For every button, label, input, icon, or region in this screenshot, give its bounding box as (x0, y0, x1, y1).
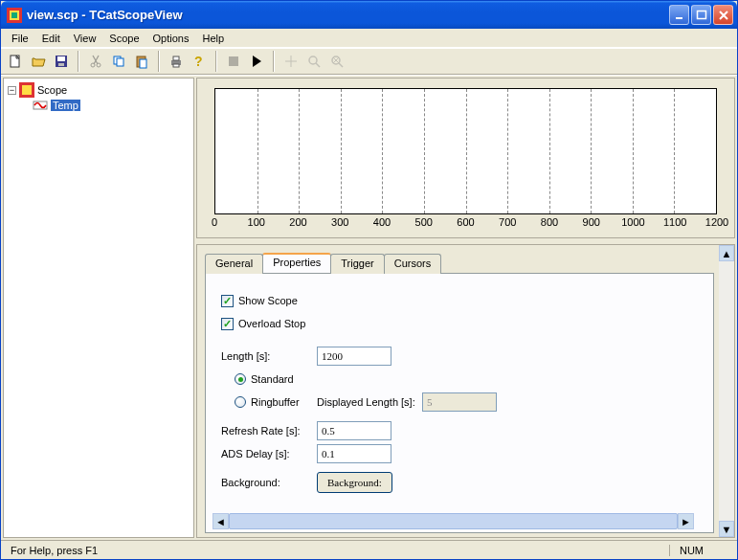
ringbuffer-radio[interactable]: Ringbuffer (221, 396, 317, 408)
properties-panel: General Properties Trigger Cursors Show … (196, 244, 735, 538)
displayed-length-input (422, 392, 497, 412)
scope-icon (19, 82, 34, 98)
refresh-rate-input[interactable] (317, 421, 391, 440)
menu-edit[interactable]: Edit (35, 31, 67, 46)
print-button[interactable] (166, 51, 187, 72)
tab-cursors[interactable]: Cursors (384, 254, 442, 274)
checkbox-icon (221, 295, 234, 307)
zoom-button[interactable] (303, 51, 324, 72)
menu-file[interactable]: File (5, 31, 35, 46)
menu-view[interactable]: View (67, 31, 103, 46)
copy-button[interactable] (108, 51, 129, 72)
svg-rect-16 (173, 56, 179, 60)
cut-button[interactable] (85, 51, 106, 72)
menu-help[interactable]: Help (195, 31, 231, 46)
svg-rect-17 (173, 64, 179, 67)
ads-delay-input[interactable] (317, 444, 391, 463)
svg-rect-14 (140, 59, 146, 68)
tree-root-label: Scope (37, 84, 67, 96)
help-button[interactable]: ? (189, 51, 210, 72)
paste-button[interactable] (131, 51, 152, 72)
save-button[interactable] (51, 51, 72, 72)
checkbox-icon (221, 318, 234, 330)
svg-point-20 (309, 56, 317, 64)
window-title: view.scp - TCatScopeView (27, 8, 667, 22)
svg-point-10 (97, 63, 101, 67)
scroll-thumb[interactable] (229, 513, 678, 529)
new-button[interactable] (5, 51, 26, 72)
horizontal-scrollbar[interactable]: ◄ ► (212, 513, 694, 529)
tree-child-label: Temp (51, 100, 80, 111)
x-axis-labels: 0 100 200 300 400 500 600 700 800 900 10… (214, 216, 717, 234)
scroll-right-icon[interactable]: ► (678, 513, 694, 529)
status-num: NUM (669, 545, 713, 556)
length-label: Length [s]: (221, 350, 317, 362)
overload-stop-checkbox[interactable]: Overload Stop (221, 312, 698, 335)
channel-icon (33, 98, 48, 113)
radio-icon (235, 396, 246, 408)
menu-options[interactable]: Options (146, 31, 196, 46)
svg-rect-4 (697, 11, 705, 18)
play-button[interactable] (246, 51, 267, 72)
tab-properties[interactable]: Properties (262, 253, 331, 273)
tab-strip: General Properties Trigger Cursors (205, 253, 714, 273)
chart-panel: 0 100 200 300 400 500 600 700 800 900 10… (196, 78, 735, 238)
scroll-left-icon[interactable]: ◄ (212, 513, 229, 529)
standard-radio[interactable]: Standard (221, 368, 698, 391)
tree-panel: − Scope Temp (3, 78, 194, 538)
svg-rect-12 (117, 58, 123, 66)
tab-trigger[interactable]: Trigger (330, 254, 384, 274)
svg-rect-23 (22, 85, 32, 95)
maximize-button[interactable] (691, 5, 711, 25)
statusbar: For Help, press F1 NUM (1, 540, 737, 559)
crosshair-button[interactable] (280, 51, 302, 72)
svg-rect-8 (58, 63, 64, 66)
open-button[interactable] (28, 51, 49, 72)
titlebar: view.scp - TCatScopeView (1, 1, 737, 29)
close-button[interactable] (713, 5, 733, 25)
scope-plot[interactable] (214, 88, 717, 214)
tree-root-row[interactable]: − Scope (8, 82, 190, 98)
scroll-up-icon[interactable]: ▲ (719, 245, 734, 261)
svg-rect-2 (11, 12, 17, 18)
menubar: File Edit View Scope Options Help (1, 29, 737, 48)
show-scope-checkbox[interactable]: Show Scope (221, 289, 698, 312)
tree-collapse-icon[interactable]: − (8, 86, 16, 95)
main-area: − Scope Temp (1, 75, 737, 540)
svg-rect-19 (229, 56, 238, 66)
vertical-scrollbar[interactable]: ▲ ▼ (718, 245, 734, 537)
length-input[interactable] (317, 347, 391, 366)
tab-content: Show Scope Overload Stop Length [s]: (205, 273, 714, 533)
tab-general[interactable]: General (205, 254, 263, 274)
background-button[interactable]: Background: (317, 472, 392, 493)
toolbar: ? (1, 48, 737, 75)
app-window: view.scp - TCatScopeView File Edit View … (0, 0, 738, 560)
ads-delay-label: ADS Delay [s]: (221, 448, 317, 459)
stop-button[interactable] (223, 51, 244, 72)
scroll-down-icon[interactable]: ▼ (719, 521, 734, 537)
right-panel: 0 100 200 300 400 500 600 700 800 900 10… (196, 78, 735, 538)
app-icon (7, 8, 22, 23)
radio-icon (235, 373, 246, 385)
svg-text:?: ? (194, 54, 203, 69)
tree-child-row[interactable]: Temp (8, 98, 190, 113)
refresh-rate-label: Refresh Rate [s]: (221, 425, 317, 437)
minimize-button[interactable] (669, 5, 689, 25)
svg-point-9 (91, 63, 95, 67)
svg-rect-3 (676, 17, 682, 19)
zoom-reset-button[interactable] (326, 51, 347, 72)
displayed-length-label: Displayed Length [s]: (317, 396, 422, 408)
svg-rect-7 (57, 56, 65, 61)
menu-scope[interactable]: Scope (102, 31, 145, 46)
status-help: For Help, press F1 (5, 545, 103, 556)
background-label: Background: (221, 477, 317, 488)
